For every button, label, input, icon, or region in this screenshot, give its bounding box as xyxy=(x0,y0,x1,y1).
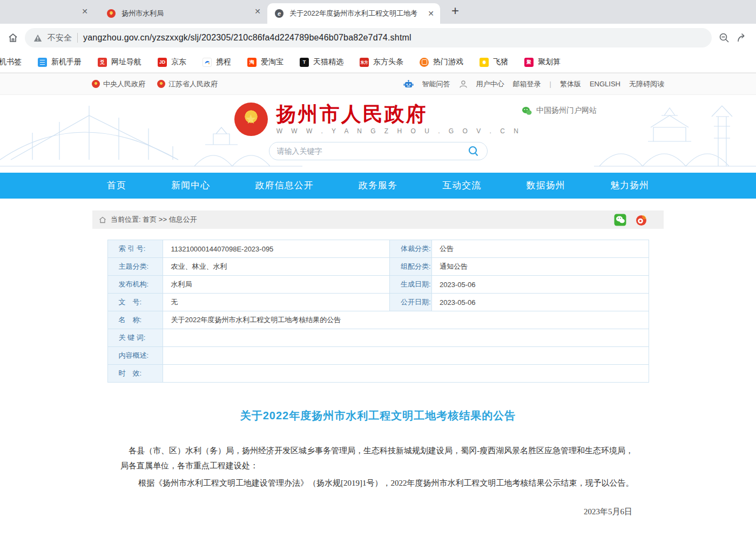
search-icon[interactable] xyxy=(468,145,480,157)
bookmark-label: 携程 xyxy=(216,57,231,67)
nav-item-info-disclosure[interactable]: 政府信息公开 xyxy=(255,173,314,199)
nav-item-home[interactable]: 首页 xyxy=(107,173,126,199)
table-row: 文 号: 无 公开日期: 2023-05-06 xyxy=(107,294,649,311)
browser-tab-active[interactable]: 关于2022年度扬州市水利工程文明工地考 ✕ xyxy=(267,3,440,24)
taobao-icon: 淘 xyxy=(247,58,256,67)
mail-login-link[interactable]: 邮箱登录 xyxy=(513,79,541,89)
bookmark-label: 聚划算 xyxy=(538,57,561,67)
bookmark-label: 爱淘宝 xyxy=(261,57,284,67)
central-gov-link[interactable]: 中央人民政府 xyxy=(92,79,145,89)
share-wechat-icon[interactable] xyxy=(614,214,626,226)
browser-tab-strip: ✕ 扬州市水利局 ✕ 关于2022年度扬州市水利工程文明工地考 ✕ + xyxy=(0,0,756,24)
meta-value xyxy=(163,329,649,347)
portal-link[interactable]: 中国扬州门户网站 xyxy=(522,106,597,115)
jiangsu-gov-link[interactable]: 江苏省人民政府 xyxy=(157,79,218,89)
bookmark-item[interactable]: JD 京东 xyxy=(158,57,186,67)
bookmark-item[interactable]: 东方 东方头条 xyxy=(360,57,403,67)
url-text[interactable]: yangzhou.gov.cn/yzszxxgk/slj/202305/210c… xyxy=(83,33,411,43)
user-icon xyxy=(459,80,468,88)
gov-utility-bar: 中央人民政府 江苏省人民政府 智能问答 用户中心 邮箱登录 xyxy=(0,73,756,95)
close-icon[interactable]: ✕ xyxy=(80,7,90,16)
meta-label: 主题分类: xyxy=(107,258,163,276)
share-weibo-icon[interactable] xyxy=(635,214,647,226)
national-emblem-icon xyxy=(157,80,165,88)
close-icon[interactable]: ✕ xyxy=(253,7,262,16)
site-url-label: W W W . Y A N G Z H O U . G O V . C N xyxy=(276,127,522,135)
breadcrumb-bar: 当前位置: 首页 >> 信息公开 xyxy=(92,210,664,229)
smart-qa-link[interactable]: 智能问答 xyxy=(422,79,450,89)
bookmark-item[interactable]: 网址导航 xyxy=(98,57,141,67)
meta-value xyxy=(163,347,649,365)
content-panel: 当前位置: 首页 >> 信息公开 索 引 号: 1132100001440709… xyxy=(92,210,664,538)
bookmark-item[interactable]: 淘 爱淘宝 xyxy=(247,57,284,67)
bookmark-item[interactable]: T 天猫精选 xyxy=(300,57,343,67)
manual-icon xyxy=(38,58,47,67)
bookmark-label: 京东 xyxy=(171,57,186,67)
zoom-out-icon[interactable] xyxy=(718,32,730,44)
browser-logo-favicon-icon xyxy=(275,9,284,18)
nav-item-news[interactable]: 新闻中心 xyxy=(171,173,210,199)
meta-value xyxy=(163,365,649,383)
tab-title: 扬州市水利局 xyxy=(122,9,248,18)
meta-label: 时 效: xyxy=(107,365,163,383)
national-emblem-logo-icon xyxy=(234,103,268,136)
bookmark-item[interactable]: 飞猪 xyxy=(480,57,508,67)
bookmark-label: 东方头条 xyxy=(373,57,403,67)
games-icon xyxy=(420,58,429,67)
nav-item-charm-yangzhou[interactable]: 魅力扬州 xyxy=(610,173,649,199)
site-banner: 扬州市人民政府 W W W . Y A N G Z H O U . G O V … xyxy=(0,95,756,173)
nav-item-data-yangzhou[interactable]: 数据扬州 xyxy=(526,173,565,199)
bookmark-item[interactable]: 携程 xyxy=(202,57,231,67)
nav-item-interaction[interactable]: 互动交流 xyxy=(442,173,481,199)
home-icon[interactable] xyxy=(8,32,18,43)
bookmark-item[interactable]: 机书签 xyxy=(0,57,22,67)
site-search-box[interactable] xyxy=(269,142,488,160)
national-emblem-icon xyxy=(92,80,100,88)
not-secure-warning-icon[interactable] xyxy=(33,34,42,42)
meta-label: 组配分类: xyxy=(390,258,432,276)
ctrip-dolphin-icon xyxy=(202,58,212,67)
bookmark-label: 热门游戏 xyxy=(433,57,463,67)
table-row: 索 引 号: 11321000014407098E-2023-095 体裁分类:… xyxy=(107,240,649,258)
meta-label: 内容概述: xyxy=(107,347,163,365)
url-field[interactable]: 不安全 yangzhou.gov.cn/yzszxxgk/slj/202305/… xyxy=(25,28,712,47)
article-body: 关于2022年度扬州市水利工程文明工地考核结果的公告 各县（市、区）水利（务）局… xyxy=(92,408,664,538)
traditional-chinese-link[interactable]: 繁体版 xyxy=(560,79,581,89)
article-title: 关于2022年度扬州市水利工程文明工地考核结果的公告 xyxy=(120,408,636,423)
bookmark-label: 天猫精选 xyxy=(313,57,343,67)
meta-value: 关于2022年度扬州市水利工程文明工地考核结果的公告 xyxy=(163,311,649,329)
table-row: 内容概述: xyxy=(107,347,649,365)
bookmarks-bar: 机书签 新机手册 网址导航 JD 京东 携程 淘 爱淘宝 T 天猫精选 东方 东… xyxy=(0,52,756,73)
bookmark-label: 机书签 xyxy=(0,57,22,67)
home-breadcrumb-icon xyxy=(99,216,106,223)
table-row: 时 效: xyxy=(107,365,649,383)
browser-tab-inactive[interactable]: 扬州市水利局 xyxy=(103,3,248,24)
search-input[interactable] xyxy=(277,147,468,155)
meta-value: 农业、林业、水利 xyxy=(163,258,390,276)
meta-label: 索 引 号: xyxy=(107,240,163,258)
nav-item-gov-services[interactable]: 政务服务 xyxy=(359,173,397,199)
national-emblem-favicon-icon xyxy=(107,9,116,18)
site-identity: 扬州市人民政府 W W W . Y A N G Z H O U . G O V … xyxy=(276,104,522,135)
portal-label: 中国扬州门户网站 xyxy=(536,106,597,115)
toutiao-icon: 东方 xyxy=(360,58,369,67)
bookmark-item[interactable]: 聚 聚划算 xyxy=(524,57,561,67)
share-icon[interactable] xyxy=(737,32,748,43)
bookmark-item[interactable]: 热门游戏 xyxy=(420,57,463,67)
article-paragraph: 各县（市、区）水利（务）局，扬州经济开发区城乡事务管理局，生态科技新城规划建设局… xyxy=(120,444,636,474)
browser-address-bar: 不安全 yangzhou.gov.cn/yzszxxgk/slj/202305/… xyxy=(0,24,756,52)
meta-value: 通知公告 xyxy=(432,258,649,276)
site-nav-icon xyxy=(98,58,107,67)
new-tab-button[interactable]: + xyxy=(447,3,463,18)
english-link[interactable]: ENGLISH xyxy=(590,80,620,88)
close-icon[interactable]: ✕ xyxy=(426,9,436,18)
user-center-link[interactable]: 用户中心 xyxy=(476,79,504,89)
fliggy-pig-icon xyxy=(480,58,489,67)
address-divider xyxy=(77,33,78,43)
accessibility-link[interactable]: 无障碍阅读 xyxy=(629,79,664,89)
table-row: 名 称: 关于2022年度扬州市水利工程文明工地考核结果的公告 xyxy=(107,311,649,329)
breadcrumb[interactable]: 当前位置: 首页 >> 信息公开 xyxy=(111,215,197,224)
bookmark-label: 网址导航 xyxy=(111,57,141,67)
bookmark-item[interactable]: 新机手册 xyxy=(38,57,82,67)
link-label: 中央人民政府 xyxy=(103,79,145,89)
